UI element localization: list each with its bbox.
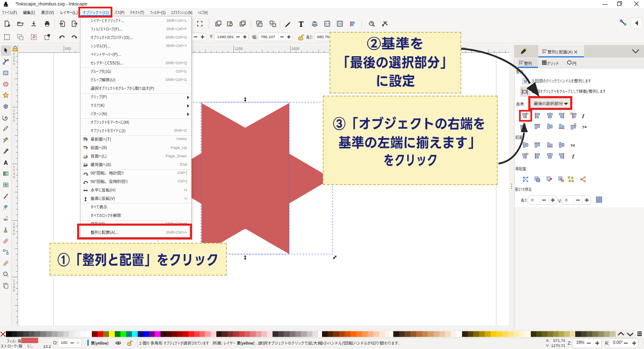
- svg-text:ya: ya: [571, 143, 575, 147]
- svg-text:ya: ya: [582, 124, 587, 129]
- svg-text:ƒ: ƒ: [572, 153, 575, 159]
- svg-text:0: 0: [13, 289, 15, 292]
- svg-text:500: 500: [65, 47, 71, 51]
- svg-text:1500: 1500: [291, 47, 299, 51]
- svg-text:1250: 1250: [235, 47, 243, 51]
- svg-text:0: 0: [13, 62, 15, 66]
- svg-text:ƒ: ƒ: [582, 112, 585, 119]
- svg-text:0: 0: [13, 119, 15, 122]
- svg-text:0: 0: [13, 232, 15, 236]
- svg-text:0: 0: [13, 175, 15, 179]
